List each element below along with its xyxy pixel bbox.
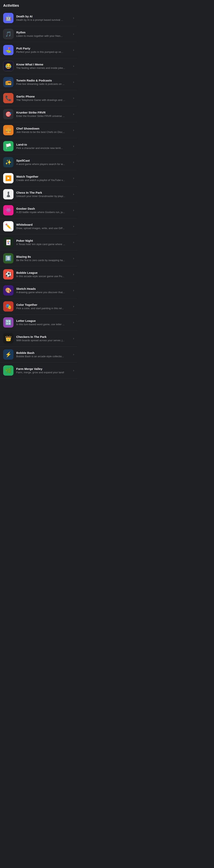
letter-league-info: Letter LeagueIn this turn-based word gam… (16, 319, 71, 326)
chef-showdown-info: Chef ShowdownJoin friends to be the best… (16, 127, 71, 133)
land-io-name: Land-io (16, 143, 71, 146)
activity-item-putt-party[interactable]: ⛳Putt PartyPerfect your putts in this pu… (0, 42, 77, 58)
bobble-bash-chevron-icon: › (73, 353, 74, 356)
bobble-bash-description: Bobble Bash is an arcade-style collectio… (16, 355, 71, 358)
spellcast-icon: ✨ (3, 157, 14, 167)
activity-item-know-what-i-meme[interactable]: 😂Know What I MemeThe feeling when memes … (0, 58, 77, 74)
krunker-strike-frvr-name: Krunker Strike FRVR (16, 111, 71, 114)
poker-night-chevron-icon: › (73, 241, 74, 244)
rythm-name: Rythm (16, 31, 71, 34)
goober-dash-name: Goober Dash (16, 207, 71, 210)
checkers-in-the-park-chevron-icon: › (73, 337, 74, 340)
activity-item-tunein-radio[interactable]: 📻TuneIn Radio & PodcastsFree live stream… (0, 74, 77, 90)
poker-night-info: Poker NightA Texas hold 'em style card g… (16, 239, 71, 246)
watch-together-description: Create and watch a playlist of YouTube v… (16, 179, 71, 182)
gartic-phone-icon: 📞 (3, 93, 14, 103)
know-what-i-meme-description: The feeling when memes and inside joke..… (16, 66, 71, 69)
activity-item-spellcast[interactable]: ✨SpellCastA word game where players sear… (0, 154, 77, 170)
poker-night-description: A Texas hold 'em style card game where .… (16, 243, 71, 246)
activity-item-death-by-ai[interactable]: 🤖Death by AIDeath by AI is a prompt base… (0, 10, 77, 26)
whiteboard-chevron-icon: › (73, 224, 74, 228)
land-io-info: Land-ioPick a character and encircle new… (16, 143, 71, 150)
activity-item-watch-together[interactable]: ▶️Watch TogetherCreate and watch a playl… (0, 170, 77, 186)
chef-showdown-icon: 🍔 (3, 125, 14, 135)
gartic-phone-name: Gartic Phone (16, 95, 71, 98)
activity-item-color-together[interactable]: 🎭Color TogetherPick a color, and start p… (0, 299, 77, 314)
bobble-league-icon: ⚽ (3, 269, 14, 280)
farm-merge-valley-chevron-icon: › (73, 369, 74, 372)
farm-merge-valley-name: Farm Merge Valley (16, 367, 71, 371)
sketch-heads-info: Sketch HeadsA drawing game where you dis… (16, 287, 71, 294)
chess-in-the-park-description: Unleash your inner Grandmaster by playi.… (16, 195, 71, 197)
goober-dash-icon: 👾 (3, 205, 14, 215)
activity-item-chef-showdown[interactable]: 🍔Chef ShowdownJoin friends to be the bes… (0, 122, 77, 138)
goober-dash-chevron-icon: › (73, 209, 74, 212)
activity-item-checkers-in-the-park[interactable]: 👑Checkers In The ParkWith boards spread … (0, 331, 77, 347)
krunker-strike-frvr-chevron-icon: › (73, 112, 74, 116)
blazing-8s-info: Blazing 8sBe the first to zero cards by … (16, 255, 71, 262)
chef-showdown-chevron-icon: › (73, 128, 74, 132)
blazing-8s-icon: 8️⃣ (3, 253, 14, 264)
activity-item-bobble-bash[interactable]: ⚡Bobble BashBobble Bash is an arcade-sty… (0, 347, 77, 363)
checkers-in-the-park-name: Checkers In The Park (16, 335, 71, 338)
checkers-in-the-park-description: With boards spread across your server, j… (16, 339, 71, 342)
activity-item-land-io[interactable]: 🏳️Land-ioPick a character and encircle n… (0, 138, 77, 154)
goober-dash-description: A 2D battle royale where Goobers run, ju… (16, 211, 71, 214)
activity-item-gartic-phone[interactable]: 📞Gartic PhoneThe Telephone Game with dra… (0, 90, 77, 106)
letter-league-name: Letter League (16, 319, 71, 322)
death-by-ai-icon: 🤖 (3, 13, 14, 23)
death-by-ai-name: Death by AI (16, 14, 71, 18)
rythm-chevron-icon: › (73, 32, 74, 36)
activity-item-rythm[interactable]: 🎵RythmListen to music together with your… (0, 26, 77, 42)
checkers-in-the-park-icon: 👑 (3, 333, 14, 344)
spellcast-name: SpellCast (16, 159, 71, 162)
tunein-radio-name: TuneIn Radio & Podcasts (16, 79, 71, 82)
chess-in-the-park-name: Chess In The Park (16, 191, 71, 194)
activity-item-blazing-8s[interactable]: 8️⃣Blazing 8sBe the first to zero cards … (0, 250, 77, 267)
activity-item-poker-night[interactable]: 🃏Poker NightA Texas hold 'em style card … (0, 235, 77, 250)
krunker-strike-frvr-info: Krunker Strike FRVREnter the Krunker Str… (16, 111, 71, 118)
watch-together-chevron-icon: › (73, 177, 74, 180)
land-io-chevron-icon: › (73, 145, 74, 148)
tunein-radio-icon: 📻 (3, 77, 14, 87)
rythm-info: RythmListen to music together with your … (16, 31, 71, 37)
color-together-icon: 🎭 (3, 301, 14, 312)
sketch-heads-name: Sketch Heads (16, 287, 71, 290)
know-what-i-meme-icon: 😂 (3, 61, 14, 71)
gartic-phone-chevron-icon: › (73, 96, 74, 100)
spellcast-chevron-icon: › (73, 160, 74, 164)
spellcast-description: A word game where players search for w..… (16, 163, 71, 165)
whiteboard-info: WhiteboardDraw, upload images, write, an… (16, 223, 71, 230)
activity-item-krunker-strike-frvr[interactable]: 🎯Krunker Strike FRVREnter the Krunker St… (0, 106, 77, 122)
poker-night-icon: 🃏 (3, 237, 14, 247)
whiteboard-description: Draw, upload images, write, and use GIF.… (16, 227, 71, 230)
color-together-description: Pick a color, and start painting in this… (16, 307, 71, 310)
bobble-bash-icon: ⚡ (3, 349, 14, 360)
watch-together-icon: ▶️ (3, 173, 14, 183)
color-together-name: Color Together (16, 303, 71, 306)
bobble-bash-name: Bobble Bash (16, 351, 71, 354)
color-together-chevron-icon: › (73, 305, 74, 308)
blazing-8s-description: Be the first to zero cards by swapping h… (16, 259, 71, 262)
color-together-info: Color TogetherPick a color, and start pa… (16, 303, 71, 310)
putt-party-name: Putt Party (16, 47, 71, 50)
activity-item-bobble-league[interactable]: ⚽Bobble LeagueIn this arcade-style socce… (0, 267, 77, 282)
activity-item-goober-dash[interactable]: 👾Goober DashA 2D battle royale where Goo… (0, 203, 77, 218)
page-container: Activities 🤖Death by AIDeath by AI is a … (0, 0, 77, 379)
poker-night-name: Poker Night (16, 239, 71, 242)
activity-item-sketch-heads[interactable]: 🎨Sketch HeadsA drawing game where you di… (0, 282, 77, 299)
activity-item-chess-in-the-park[interactable]: ♟️Chess In The ParkUnleash your inner Gr… (0, 186, 77, 203)
tunein-radio-chevron-icon: › (73, 80, 74, 84)
rythm-icon: 🎵 (3, 29, 14, 39)
spellcast-info: SpellCastA word game where players searc… (16, 159, 71, 165)
whiteboard-name: Whiteboard (16, 223, 71, 226)
activity-item-letter-league[interactable]: 🔡Letter LeagueIn this turn-based word ga… (0, 314, 77, 331)
activity-list: 🤖Death by AIDeath by AI is a prompt base… (0, 10, 77, 379)
bobble-league-description: In this arcade-style soccer game use Po.… (16, 275, 71, 278)
activity-item-whiteboard[interactable]: ✏️WhiteboardDraw, upload images, write, … (0, 218, 77, 235)
land-io-description: Pick a character and encircle new territ… (16, 147, 71, 150)
activity-item-farm-merge-valley[interactable]: 🌿Farm Merge ValleyFarm, merge, grow and … (0, 363, 77, 379)
bobble-league-info: Bobble LeagueIn this arcade-style soccer… (16, 271, 71, 278)
know-what-i-meme-name: Know What I Meme (16, 63, 71, 66)
sketch-heads-chevron-icon: › (73, 289, 74, 292)
